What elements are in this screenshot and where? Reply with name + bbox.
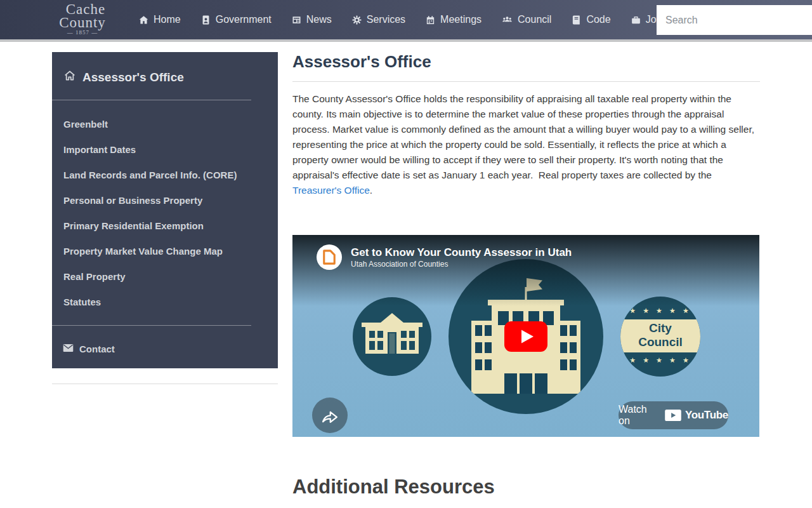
sidebar-links: Greenbelt Important Dates Land Records a… [52,100,278,315]
nav-label: Code [586,14,610,25]
video-titles: Get to Know Your County Assessor in Utah… [351,244,572,269]
nav-label: Services [367,14,405,25]
badge-stars-bottom: ★ ★ ★ ★ ★ [620,356,700,364]
badge-stars-top: ★ ★ ★ ★ ★ [620,307,700,314]
nav-label: Meetings [440,14,481,25]
logo-line1: Cache [55,3,117,16]
video-title[interactable]: Get to Know Your County Assessor in Utah [351,246,572,259]
cache-county-logo[interactable]: Cache County — 1857 — [48,3,117,36]
nav-item-council[interactable]: Council [501,14,551,25]
contact-label: Contact [79,344,115,354]
nav-item-services[interactable]: Services [351,14,405,25]
nav-item-government[interactable]: Government [200,14,272,25]
channel-avatar[interactable] [317,244,342,270]
sidebar-title: Assessor's Office [82,70,184,84]
youtube-video-embed[interactable]: Get to Know Your County Assessor in Utah… [292,235,759,437]
sidebar-item-greenbelt[interactable]: Greenbelt [52,112,278,137]
top-navbar: Cache County — 1857 — Home Government [0,0,812,39]
page-title: Assessor's Office [292,52,760,71]
video-channel[interactable]: Utah Association of Counties [351,259,572,269]
title-rule [292,81,760,82]
nav-label: Council [518,14,551,25]
main-content: Assessor's Office The County Assessor's … [292,52,760,508]
code-icon [571,15,582,25]
sidebar-item-personal-business-property[interactable]: Personal or Business Property [52,188,278,213]
nav-label: News [306,14,332,25]
intro-text: The County Assessor's Office holds the r… [292,93,754,180]
video-header: Get to Know Your County Assessor in Utah… [317,244,572,270]
treasurers-office-link[interactable]: Treasurer's Office [292,185,370,196]
youtube-logo-icon [665,410,681,421]
youtube-label: YouTube [685,409,728,422]
additional-resources-title: Additional Resources [292,474,495,500]
watch-on-youtube-button[interactable]: Watch on YouTube [619,401,728,429]
page: Cache County — 1857 — Home Government [0,0,812,508]
document-icon [322,249,336,265]
nav-item-meetings[interactable]: Meetings [425,14,481,25]
sidebar-title-link[interactable]: Assessor's Office [52,52,278,84]
home-outline-icon [63,70,76,84]
nav-item-home[interactable]: Home [138,14,181,25]
services-icon [351,15,362,25]
search-input[interactable] [657,5,812,35]
below-sidebar-rule [52,384,278,384]
nav-item-news[interactable]: News [291,14,332,25]
share-arrow-icon [318,405,341,425]
council-icon [501,15,513,25]
sidebar-item-primary-residential-exemption[interactable]: Primary Residential Exemption [52,213,278,239]
sidebar-item-property-market-value-map[interactable]: Property Market Value Change Map [52,239,278,264]
meetings-icon [425,15,436,25]
nav-label: Government [216,14,272,25]
main-nav: Home Government News [138,0,667,39]
government-icon [200,15,211,25]
intro-paragraph: The County Assessor's Office holds the r… [292,91,760,198]
watch-on-label: Watch on [619,404,661,427]
white-house-illustration [353,297,431,376]
navbar-bottom-strip [0,39,812,42]
nav-label: Home [154,14,181,25]
sidebar-item-land-records[interactable]: Land Records and Parcel Info. (CORE) [52,163,278,188]
badge-line2: Council [620,335,700,349]
sidebar-item-real-property[interactable]: Real Property [52,264,278,290]
envelope-icon [63,344,74,354]
sidebar-contact-link[interactable]: Contact [52,336,278,361]
nav-item-code[interactable]: Code [571,14,610,25]
news-icon [291,15,302,25]
logo-line2: County [48,16,117,29]
city-council-badge: ★ ★ ★ ★ ★ City Council ★ ★ ★ ★ ★ [620,297,700,377]
jobs-icon [631,15,641,25]
sidebar-item-statutes[interactable]: Statutes [52,290,278,315]
share-button[interactable] [312,398,348,433]
sidebar-divider [52,325,251,326]
youtube-play-button[interactable] [504,321,547,352]
badge-line1: City [620,321,700,335]
home-icon [138,15,149,25]
sidebar-item-important-dates[interactable]: Important Dates [52,137,278,163]
badge-band: City Council [620,319,700,352]
assessor-sidebar: Assessor's Office Greenbelt Important Da… [52,52,278,368]
intro-text-end: . [370,185,372,196]
